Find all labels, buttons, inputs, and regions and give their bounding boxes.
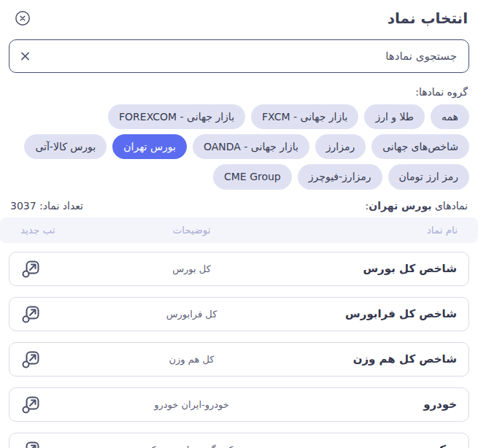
symbol-name: شاخص کل فرابورس bbox=[311, 307, 457, 320]
open-new-tab-button[interactable] bbox=[21, 259, 41, 279]
page-title: انتخاب نماد bbox=[388, 9, 468, 27]
group-chip-commodity-futures[interactable]: بورس کالا-آتی bbox=[24, 134, 107, 159]
circle-x-icon bbox=[15, 18, 31, 28]
open-new-tab-button[interactable] bbox=[21, 395, 41, 414]
symbol-name: برکت bbox=[311, 443, 457, 448]
close-button[interactable] bbox=[13, 9, 32, 28]
external-link-icon bbox=[21, 270, 41, 281]
column-header-name: نام نماد bbox=[312, 224, 458, 236]
search-bar bbox=[9, 39, 469, 73]
group-chip-forexcom[interactable]: بازار جهانی - FOREXCOM bbox=[108, 104, 245, 129]
symbol-count-value: 3037 bbox=[10, 200, 36, 212]
group-chip-tehran-exchange-selected[interactable]: بورس تهران bbox=[112, 134, 187, 159]
summary-line: نمادهای بورس تهران: تعداد نماد: 3037 bbox=[9, 200, 469, 212]
group-chip-fxcm[interactable]: بازار جهانی - FXCM bbox=[251, 104, 358, 129]
clear-search-button[interactable] bbox=[19, 50, 31, 63]
column-header-description: توضیحات bbox=[72, 224, 312, 236]
group-chip-toman-crypto[interactable]: رمز ارز تومان bbox=[388, 164, 469, 189]
symbol-name: شاخص کل بورس bbox=[311, 262, 457, 275]
group-chip-oanda[interactable]: بازار جهانی - OANDA bbox=[193, 134, 309, 159]
symbol-description: کل هم وزن bbox=[72, 354, 311, 365]
symbol-description: خودرو-ایران خودرو bbox=[72, 399, 311, 410]
symbol-count: تعداد نماد: 3037 bbox=[10, 200, 83, 212]
group-chip-global-indices[interactable]: شاخص‌های جهانی bbox=[371, 134, 469, 159]
symbol-name: شاخص کل هم وزن bbox=[311, 352, 457, 366]
table-row[interactable]: شاخص کل بورس کل بورس bbox=[9, 252, 469, 286]
group-chip-all[interactable]: همه bbox=[431, 104, 469, 129]
groups-label: گروه نمادها: bbox=[9, 86, 469, 98]
external-link-icon bbox=[21, 360, 41, 371]
symbol-description: کل فرابورس bbox=[72, 309, 311, 320]
group-chip-crypto-futures[interactable]: رمزارز-فیوچرز bbox=[298, 164, 382, 189]
table-row[interactable]: خودرو خودرو-ایران خودرو bbox=[9, 387, 469, 422]
search-input[interactable] bbox=[9, 39, 469, 73]
column-header-new-tab: تب جدید bbox=[20, 224, 72, 236]
table-header: نام نماد توضیحات تب جدید bbox=[0, 217, 478, 243]
symbol-select-modal: انتخاب نماد گروه نمادها: همه طلا و ارز ب bbox=[0, 0, 478, 448]
external-link-icon bbox=[21, 406, 41, 417]
table-row[interactable]: شاخص کل هم وزن کل هم وزن bbox=[9, 342, 469, 376]
symbol-description: کل بورس bbox=[72, 263, 311, 274]
selected-group-label: نمادهای بورس تهران: bbox=[365, 200, 468, 212]
group-chip-cme-group[interactable]: CME Group bbox=[213, 164, 292, 189]
group-chip-crypto[interactable]: رمزارز bbox=[315, 134, 366, 159]
x-icon bbox=[20, 53, 30, 63]
open-new-tab-button[interactable] bbox=[21, 349, 41, 369]
open-new-tab-button[interactable] bbox=[21, 440, 41, 448]
symbol-name: خودرو bbox=[311, 398, 457, 411]
group-chips: همه طلا و ارز بازار جهانی - FXCM بازار ج… bbox=[9, 104, 469, 190]
modal-header: انتخاب نماد bbox=[9, 7, 469, 28]
table-row[interactable]: برکت برکت-گروه دارویی برکت bbox=[9, 433, 469, 448]
symbol-list: شاخص کل بورس کل بورس شاخص کل فرابورس bbox=[9, 252, 469, 448]
group-chip-gold-currency[interactable]: طلا و ارز bbox=[364, 104, 425, 129]
table-row[interactable]: شاخص کل فرابورس کل فرابورس bbox=[9, 297, 469, 331]
symbol-description: برکت-گروه دارویی برکت bbox=[72, 444, 311, 448]
external-link-icon bbox=[21, 315, 41, 326]
open-new-tab-button[interactable] bbox=[21, 304, 41, 324]
